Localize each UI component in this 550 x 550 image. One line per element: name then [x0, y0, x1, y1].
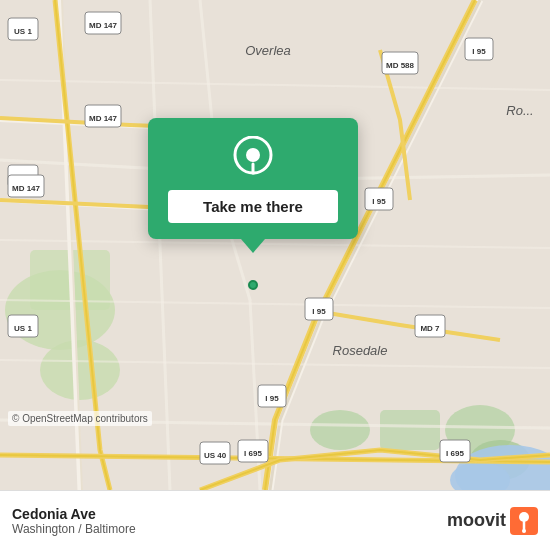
svg-text:I 95: I 95	[372, 197, 386, 206]
map-attribution: © OpenStreetMap contributors	[8, 411, 152, 426]
popup-card: Take me there	[148, 118, 358, 239]
map-container: US 1 US 1 US 1 MD 147 MD 147 MD 147 I 95…	[0, 0, 550, 490]
svg-rect-7	[380, 410, 440, 450]
svg-text:I 95: I 95	[472, 47, 486, 56]
svg-text:Ro...: Ro...	[506, 103, 533, 118]
map-pin-dot	[248, 280, 258, 290]
svg-text:I 695: I 695	[244, 449, 262, 458]
location-region: Washington / Baltimore	[12, 522, 136, 536]
moovit-logo: moovit	[447, 507, 538, 535]
take-me-there-button[interactable]: Take me there	[168, 190, 338, 223]
svg-text:MD 147: MD 147	[12, 184, 41, 193]
svg-point-47	[522, 529, 526, 533]
svg-point-4	[310, 410, 370, 450]
svg-text:US 40: US 40	[204, 451, 227, 460]
svg-text:Rosedale: Rosedale	[333, 343, 388, 358]
svg-text:MD 147: MD 147	[89, 114, 118, 123]
svg-point-2	[40, 340, 120, 400]
svg-text:I 695: I 695	[446, 449, 464, 458]
location-name: Cedonia Ave	[12, 506, 136, 522]
moovit-text: moovit	[447, 510, 506, 531]
info-bar: Cedonia Ave Washington / Baltimore moovi…	[0, 490, 550, 550]
svg-point-44	[246, 148, 260, 162]
moovit-brand-icon	[510, 507, 538, 535]
svg-text:I 95: I 95	[265, 394, 279, 403]
location-info: Cedonia Ave Washington / Baltimore	[12, 506, 136, 536]
svg-point-46	[519, 512, 529, 522]
svg-text:MD 588: MD 588	[386, 61, 415, 70]
svg-text:Overlea: Overlea	[245, 43, 291, 58]
location-pin-icon	[231, 136, 275, 180]
svg-text:MD 7: MD 7	[420, 324, 440, 333]
svg-text:MD 147: MD 147	[89, 21, 118, 30]
svg-text:I 95: I 95	[312, 307, 326, 316]
svg-text:US 1: US 1	[14, 324, 32, 333]
svg-text:US 1: US 1	[14, 27, 32, 36]
